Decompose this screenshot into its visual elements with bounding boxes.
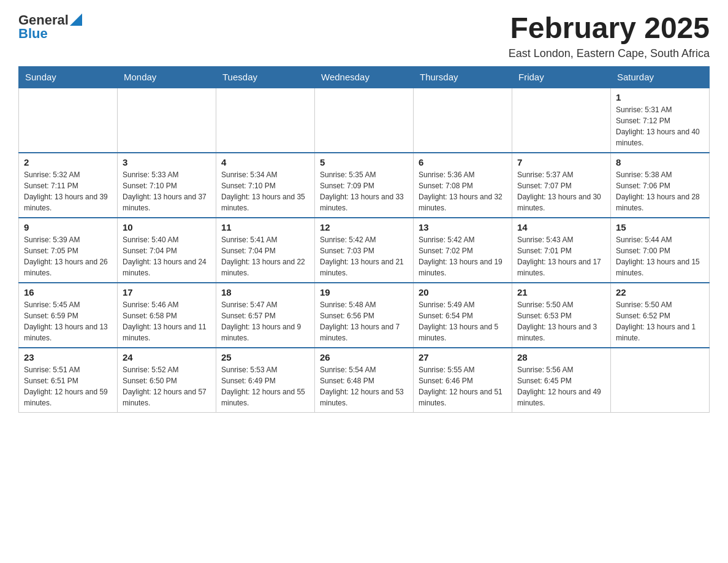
day-number: 16 xyxy=(24,287,112,297)
calendar-cell: 1Sunrise: 5:31 AMSunset: 7:12 PMDaylight… xyxy=(611,88,710,153)
day-number: 1 xyxy=(616,92,704,102)
day-number: 24 xyxy=(123,352,211,362)
calendar-week-row: 9Sunrise: 5:39 AMSunset: 7:05 PMDaylight… xyxy=(19,218,710,283)
calendar-table: SundayMondayTuesdayWednesdayThursdayFrid… xyxy=(18,66,710,413)
day-info: Sunrise: 5:40 AMSunset: 7:04 PMDaylight:… xyxy=(123,234,211,278)
calendar-cell: 4Sunrise: 5:34 AMSunset: 7:10 PMDaylight… xyxy=(216,153,315,218)
day-info: Sunrise: 5:38 AMSunset: 7:06 PMDaylight:… xyxy=(616,169,704,213)
day-number: 12 xyxy=(320,222,408,232)
calendar-cell: 19Sunrise: 5:48 AMSunset: 6:56 PMDayligh… xyxy=(315,283,414,348)
calendar-week-row: 16Sunrise: 5:45 AMSunset: 6:59 PMDayligh… xyxy=(19,283,710,348)
day-info: Sunrise: 5:33 AMSunset: 7:10 PMDaylight:… xyxy=(123,169,211,213)
calendar-cell: 14Sunrise: 5:43 AMSunset: 7:01 PMDayligh… xyxy=(512,218,611,283)
calendar-cell: 6Sunrise: 5:36 AMSunset: 7:08 PMDaylight… xyxy=(414,153,512,218)
calendar-header-row: SundayMondayTuesdayWednesdayThursdayFrid… xyxy=(19,66,710,88)
day-info: Sunrise: 5:47 AMSunset: 6:57 PMDaylight:… xyxy=(221,299,309,343)
calendar-cell: 7Sunrise: 5:37 AMSunset: 7:07 PMDaylight… xyxy=(512,153,611,218)
calendar-cell: 18Sunrise: 5:47 AMSunset: 6:57 PMDayligh… xyxy=(216,283,315,348)
day-number: 22 xyxy=(616,287,704,297)
calendar-cell: 16Sunrise: 5:45 AMSunset: 6:59 PMDayligh… xyxy=(19,283,118,348)
calendar-cell: 28Sunrise: 5:56 AMSunset: 6:45 PMDayligh… xyxy=(512,348,611,413)
calendar-cell: 21Sunrise: 5:50 AMSunset: 6:53 PMDayligh… xyxy=(512,283,611,348)
calendar-cell: 26Sunrise: 5:54 AMSunset: 6:48 PMDayligh… xyxy=(315,348,414,413)
calendar-cell: 17Sunrise: 5:46 AMSunset: 6:58 PMDayligh… xyxy=(118,283,216,348)
weekday-header-monday: Monday xyxy=(118,66,216,88)
logo: General Blue xyxy=(18,12,82,42)
day-number: 11 xyxy=(221,222,309,232)
day-number: 14 xyxy=(517,222,605,232)
day-number: 7 xyxy=(517,157,605,167)
day-number: 3 xyxy=(123,157,211,167)
calendar-week-row: 1Sunrise: 5:31 AMSunset: 7:12 PMDaylight… xyxy=(19,88,710,153)
day-info: Sunrise: 5:51 AMSunset: 6:51 PMDaylight:… xyxy=(24,364,112,408)
calendar-week-row: 23Sunrise: 5:51 AMSunset: 6:51 PMDayligh… xyxy=(19,348,710,413)
calendar-cell: 22Sunrise: 5:50 AMSunset: 6:52 PMDayligh… xyxy=(611,283,710,348)
day-info: Sunrise: 5:42 AMSunset: 7:03 PMDaylight:… xyxy=(320,234,408,278)
day-info: Sunrise: 5:53 AMSunset: 6:49 PMDaylight:… xyxy=(221,364,309,408)
day-number: 9 xyxy=(24,222,112,232)
day-number: 13 xyxy=(419,222,507,232)
weekday-header-tuesday: Tuesday xyxy=(216,66,315,88)
weekday-header-thursday: Thursday xyxy=(414,66,512,88)
day-info: Sunrise: 5:50 AMSunset: 6:52 PMDaylight:… xyxy=(616,299,704,343)
day-info: Sunrise: 5:37 AMSunset: 7:07 PMDaylight:… xyxy=(517,169,605,213)
day-number: 8 xyxy=(616,157,704,167)
calendar-cell: 12Sunrise: 5:42 AMSunset: 7:03 PMDayligh… xyxy=(315,218,414,283)
weekday-header-wednesday: Wednesday xyxy=(315,66,414,88)
day-info: Sunrise: 5:56 AMSunset: 6:45 PMDaylight:… xyxy=(517,364,605,408)
day-info: Sunrise: 5:41 AMSunset: 7:04 PMDaylight:… xyxy=(221,234,309,278)
calendar-cell: 24Sunrise: 5:52 AMSunset: 6:50 PMDayligh… xyxy=(118,348,216,413)
day-info: Sunrise: 5:36 AMSunset: 7:08 PMDaylight:… xyxy=(419,169,507,213)
day-info: Sunrise: 5:50 AMSunset: 6:53 PMDaylight:… xyxy=(517,299,605,343)
calendar-cell: 11Sunrise: 5:41 AMSunset: 7:04 PMDayligh… xyxy=(216,218,315,283)
page-header: General Blue February 2025 East London, … xyxy=(18,12,710,60)
day-number: 20 xyxy=(419,287,507,297)
calendar-cell xyxy=(414,88,512,153)
day-number: 17 xyxy=(123,287,211,297)
logo-blue-text: Blue xyxy=(18,26,48,42)
calendar-cell: 2Sunrise: 5:32 AMSunset: 7:11 PMDaylight… xyxy=(19,153,118,218)
day-info: Sunrise: 5:46 AMSunset: 6:58 PMDaylight:… xyxy=(123,299,211,343)
day-number: 5 xyxy=(320,157,408,167)
day-info: Sunrise: 5:31 AMSunset: 7:12 PMDaylight:… xyxy=(616,104,704,148)
day-info: Sunrise: 5:52 AMSunset: 6:50 PMDaylight:… xyxy=(123,364,211,408)
day-info: Sunrise: 5:48 AMSunset: 6:56 PMDaylight:… xyxy=(320,299,408,343)
day-info: Sunrise: 5:49 AMSunset: 6:54 PMDaylight:… xyxy=(419,299,507,343)
calendar-cell: 23Sunrise: 5:51 AMSunset: 6:51 PMDayligh… xyxy=(19,348,118,413)
day-number: 27 xyxy=(419,352,507,362)
calendar-cell xyxy=(315,88,414,153)
calendar-cell xyxy=(216,88,315,153)
day-number: 26 xyxy=(320,352,408,362)
day-number: 19 xyxy=(320,287,408,297)
title-section: February 2025 East London, Eastern Cape,… xyxy=(509,12,710,60)
location-subtitle: East London, Eastern Cape, South Africa xyxy=(509,47,710,60)
calendar-cell: 27Sunrise: 5:55 AMSunset: 6:46 PMDayligh… xyxy=(414,348,512,413)
day-info: Sunrise: 5:39 AMSunset: 7:05 PMDaylight:… xyxy=(24,234,112,278)
day-number: 23 xyxy=(24,352,112,362)
calendar-cell xyxy=(611,348,710,413)
day-info: Sunrise: 5:55 AMSunset: 6:46 PMDaylight:… xyxy=(419,364,507,408)
month-title: February 2025 xyxy=(509,12,710,45)
weekday-header-friday: Friday xyxy=(512,66,611,88)
day-number: 28 xyxy=(517,352,605,362)
day-number: 10 xyxy=(123,222,211,232)
day-info: Sunrise: 5:35 AMSunset: 7:09 PMDaylight:… xyxy=(320,169,408,213)
calendar-cell: 9Sunrise: 5:39 AMSunset: 7:05 PMDaylight… xyxy=(19,218,118,283)
day-number: 21 xyxy=(517,287,605,297)
weekday-header-saturday: Saturday xyxy=(611,66,710,88)
day-info: Sunrise: 5:54 AMSunset: 6:48 PMDaylight:… xyxy=(320,364,408,408)
calendar-cell: 5Sunrise: 5:35 AMSunset: 7:09 PMDaylight… xyxy=(315,153,414,218)
day-info: Sunrise: 5:44 AMSunset: 7:00 PMDaylight:… xyxy=(616,234,704,278)
calendar-cell: 13Sunrise: 5:42 AMSunset: 7:02 PMDayligh… xyxy=(414,218,512,283)
day-number: 4 xyxy=(221,157,309,167)
calendar-cell: 15Sunrise: 5:44 AMSunset: 7:00 PMDayligh… xyxy=(611,218,710,283)
day-number: 2 xyxy=(24,157,112,167)
calendar-cell xyxy=(19,88,118,153)
day-info: Sunrise: 5:34 AMSunset: 7:10 PMDaylight:… xyxy=(221,169,309,213)
weekday-header-sunday: Sunday xyxy=(19,66,118,88)
day-number: 6 xyxy=(419,157,507,167)
day-number: 15 xyxy=(616,222,704,232)
logo-triangle-icon xyxy=(70,13,82,26)
calendar-week-row: 2Sunrise: 5:32 AMSunset: 7:11 PMDaylight… xyxy=(19,153,710,218)
calendar-cell xyxy=(118,88,216,153)
